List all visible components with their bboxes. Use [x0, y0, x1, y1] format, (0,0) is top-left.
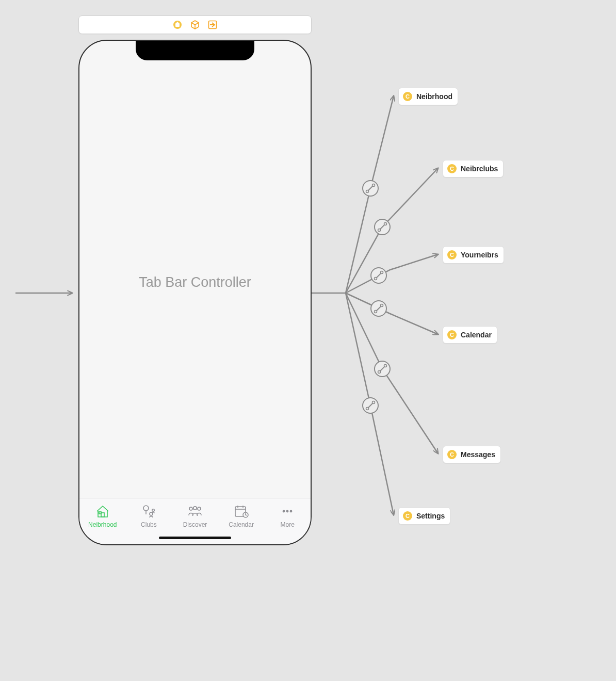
- svg-line-7: [379, 224, 385, 230]
- svg-point-8: [378, 229, 381, 232]
- svg-point-9: [384, 223, 387, 225]
- calendar-clock-icon: [231, 504, 252, 519]
- destination-neibrhood[interactable]: C Neibrhood: [398, 88, 458, 105]
- svg-point-25: [372, 401, 375, 404]
- tree-people-icon: [138, 504, 159, 519]
- svg-rect-27: [175, 23, 180, 27]
- svg-point-44: [290, 510, 293, 513]
- controller-badge-icon: C: [447, 330, 457, 339]
- home-indicator: [159, 537, 231, 539]
- svg-point-20: [378, 371, 381, 374]
- tab-label: More: [281, 521, 295, 528]
- tab-label: Calendar: [229, 521, 254, 528]
- house-icon: [92, 504, 113, 519]
- svg-line-15: [376, 305, 382, 312]
- tab-label: Neibrhood: [88, 521, 117, 528]
- svg-point-2: [363, 181, 378, 196]
- controller-badge-icon: C: [403, 511, 412, 521]
- controller-badge-icon: C: [403, 92, 412, 101]
- tab-clubs[interactable]: Clubs: [128, 504, 169, 528]
- svg-point-10: [371, 268, 386, 283]
- svg-line-19: [379, 366, 385, 372]
- svg-point-13: [381, 271, 383, 274]
- tab-label: Clubs: [141, 521, 157, 528]
- destination-label: Calendar: [461, 331, 492, 339]
- destination-yourneibrs[interactable]: C Yourneibrs: [443, 246, 504, 264]
- destination-label: Yourneibrs: [461, 251, 498, 259]
- svg-point-16: [375, 311, 377, 313]
- svg-point-35: [193, 507, 197, 510]
- svg-point-43: [286, 510, 289, 513]
- device-screen: Tab Bar Controller Neibrhood: [79, 41, 311, 544]
- tab-neibrhood[interactable]: Neibrhood: [82, 504, 123, 528]
- svg-point-22: [363, 398, 378, 413]
- svg-point-31: [143, 506, 149, 511]
- svg-point-36: [198, 507, 201, 510]
- svg-rect-29: [101, 513, 104, 517]
- svg-point-33: [152, 509, 154, 511]
- svg-point-5: [372, 184, 375, 187]
- svg-line-23: [367, 402, 374, 409]
- controller-badge-icon: C: [447, 250, 457, 260]
- destination-messages[interactable]: C Messages: [443, 446, 501, 463]
- storyboard-canvas: Tab Bar Controller Neibrhood: [0, 0, 616, 681]
- svg-point-21: [384, 365, 387, 367]
- svg-point-6: [375, 219, 390, 235]
- svg-point-34: [189, 507, 192, 510]
- more-dots-icon: [277, 504, 298, 519]
- tab-more[interactable]: More: [267, 504, 308, 528]
- tab-discover[interactable]: Discover: [174, 504, 216, 528]
- tab-calendar[interactable]: Calendar: [221, 504, 262, 528]
- destination-label: Settings: [416, 512, 445, 520]
- controller-badge-icon: C: [447, 164, 457, 173]
- svg-point-4: [366, 190, 369, 193]
- destination-calendar[interactable]: C Calendar: [443, 326, 497, 344]
- scene-toolbar[interactable]: [78, 15, 312, 34]
- svg-rect-30: [99, 512, 101, 514]
- destination-label: Neibrclubs: [461, 165, 498, 173]
- destination-neibrclubs[interactable]: C Neibrclubs: [443, 160, 504, 177]
- svg-line-3: [367, 185, 374, 191]
- controller-title: Tab Bar Controller: [79, 274, 311, 290]
- svg-point-14: [371, 301, 386, 316]
- controller-badge-icon: C: [447, 450, 457, 459]
- device-frame: Tab Bar Controller Neibrhood: [78, 40, 312, 545]
- destination-label: Messages: [461, 450, 495, 459]
- svg-line-11: [376, 272, 382, 279]
- storyboard-scene-icon[interactable]: [173, 20, 182, 29]
- destination-label: Neibrhood: [416, 92, 452, 101]
- segue-exit-icon[interactable]: [208, 20, 217, 29]
- svg-point-24: [366, 408, 369, 410]
- svg-point-42: [283, 510, 285, 513]
- svg-point-18: [375, 361, 390, 377]
- destination-settings[interactable]: C Settings: [398, 507, 450, 525]
- people-group-icon: [185, 504, 205, 519]
- tab-label: Discover: [183, 521, 207, 528]
- cube-icon[interactable]: [190, 20, 200, 29]
- svg-point-17: [381, 304, 383, 307]
- svg-point-12: [375, 278, 377, 280]
